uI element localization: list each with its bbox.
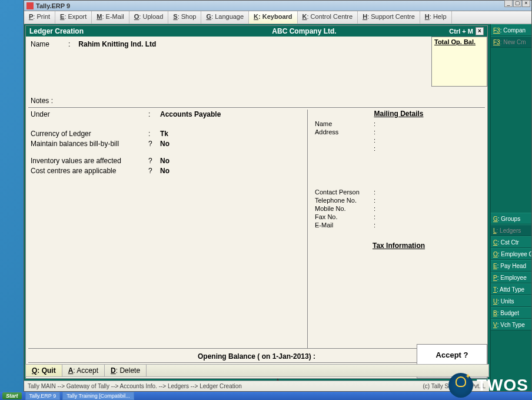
lightbulb-icon [448, 373, 473, 398]
left-column: Under : Accounts Payable Currency of Led… [31, 110, 307, 349]
app-window: Tally.ERP 9 _ ▢ × P: Print E: Export M: … [24, 0, 532, 392]
menu-help[interactable]: H: Help [420, 11, 452, 24]
ledger-creation-form: Ledger Creation ABC Company Ltd. Ctrl + … [25, 25, 488, 379]
mail-email-label: E-Mail [315, 222, 374, 230]
accept-button[interactable]: A: Accept [62, 365, 105, 376]
watermark-logo: TWOS [448, 373, 528, 398]
form-title: Ledger Creation [29, 27, 182, 35]
under-value[interactable]: Accounts Payable [160, 110, 221, 118]
side-new-company[interactable]: F3: New Cm [491, 36, 531, 48]
inventory-label: Inventory values are affected [31, 157, 148, 165]
menu-print[interactable]: P: Print [24, 11, 55, 24]
tax-information-heading: Tax Information [315, 242, 483, 250]
form-header: Ledger Creation ABC Company Ltd. Ctrl + … [26, 26, 487, 37]
window-title: Tally.ERP 9 [36, 2, 70, 9]
inventory-value[interactable]: No [160, 157, 169, 165]
cost-centres-value[interactable]: No [160, 167, 169, 175]
name-input[interactable]: Rahim Knitting Ind. Ltd [72, 40, 156, 48]
bill-by-bill-label: Maintain balances bill-by-bill [31, 140, 148, 148]
company-name: ABC Company Ltd. [182, 27, 426, 35]
bottom-toolbar: Q: Quit A: Accept D: Delete [25, 364, 489, 377]
right-column: Mailing Details Name: Address: : : Conta… [308, 110, 483, 349]
breadcrumb: Tally MAIN --> Gateway of Tally --> Acco… [28, 383, 423, 389]
close-button[interactable]: × [522, 0, 530, 7]
start-button[interactable]: Start [2, 392, 22, 399]
side-attd-type[interactable]: T: Attd Type [491, 283, 531, 295]
side-employee-group[interactable]: O: Employee Grou [491, 248, 531, 260]
menu-support-centre[interactable]: H: Support Centre [358, 11, 420, 24]
side-panel: F3: Compan F3: New Cm G: Groups L: Ledge… [490, 24, 531, 391]
maximize-button[interactable]: ▢ [513, 0, 521, 7]
side-groups[interactable]: G: Groups [491, 213, 531, 224]
under-label: Under [31, 110, 148, 118]
side-cst-ctr[interactable]: C: Cst Ctr [491, 236, 531, 248]
divider [28, 107, 485, 108]
menu-export[interactable]: E: Export [55, 11, 92, 24]
delete-button[interactable]: D: Delete [105, 365, 147, 376]
side-pay-head[interactable]: E: Pay Head [491, 260, 531, 272]
mail-tel-label: Telephone No. [315, 197, 374, 205]
menu-keyboard[interactable]: K: Keyboard [249, 11, 297, 24]
side-employee[interactable]: P: Employee [491, 272, 531, 283]
titlebar[interactable]: Tally.ERP 9 _ ▢ × [24, 1, 531, 11]
currency-label: Currency of Ledger [31, 130, 148, 138]
form-close-icon[interactable]: × [476, 27, 484, 35]
mail-mobile-label: Mobile No. [315, 205, 374, 213]
menu-language[interactable]: G: Language [201, 11, 249, 24]
taskbar-item[interactable]: Tally Training [Compatibil... [62, 392, 134, 400]
status-bar: Tally MAIN --> Gateway of Tally --> Acco… [24, 381, 489, 391]
mail-contact-label: Contact Person [315, 189, 374, 197]
notes-label: Notes : [31, 97, 53, 105]
bill-by-bill-value[interactable]: No [160, 140, 169, 148]
name-label: Name [31, 40, 66, 48]
side-company[interactable]: F3: Compan [491, 24, 531, 36]
mail-fax-label: Fax No. [315, 213, 374, 222]
side-budget[interactable]: B: Budget [491, 307, 531, 319]
menu-control-centre[interactable]: K: Control Centre [298, 11, 358, 24]
menu-shop[interactable]: S: Shop [168, 11, 201, 24]
app-icon [26, 2, 34, 9]
minimize-button[interactable]: _ [504, 0, 513, 7]
mailing-details-heading: Mailing Details [315, 110, 483, 118]
cost-centres-label: Cost centres are applicable [31, 167, 148, 175]
side-units[interactable]: U: Units [491, 295, 531, 307]
accept-question: Accept ? [417, 351, 487, 359]
menu-upload[interactable]: O: Upload [129, 11, 169, 24]
taskbar-item[interactable]: Tally.ERP 9 [25, 392, 61, 400]
mail-address-label: Address [315, 128, 374, 137]
logo-text: TWOS [477, 376, 528, 395]
quit-button[interactable]: Q: Quit [26, 365, 62, 376]
form-shortcut: Ctrl + M [426, 28, 473, 35]
total-opening-balance-box: Total Op. Bal. [431, 37, 487, 87]
side-ledgers[interactable]: L: Ledgers [491, 224, 531, 236]
side-vch-type[interactable]: V: Vch Type [491, 319, 531, 330]
mail-name-label: Name [315, 120, 374, 128]
currency-value[interactable]: Tk [160, 130, 168, 138]
menubar: P: Print E: Export M: E-Mail O: Upload S… [24, 11, 531, 24]
menu-email[interactable]: M: E-Mail [92, 11, 129, 24]
